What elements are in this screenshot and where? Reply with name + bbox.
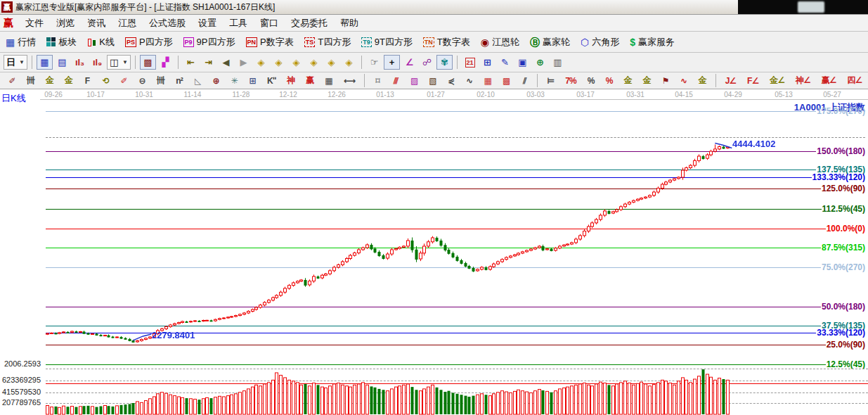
- draw-scale-chart[interactable]: ⊨: [543, 74, 558, 87]
- btn-period-day-dropdown[interactable]: 日▼: [4, 55, 27, 70]
- draw-si-angle[interactable]: 四∠: [843, 74, 866, 87]
- menu-item-1[interactable]: 浏览: [50, 15, 81, 31]
- btn-nine-bar[interactable]: ıl₉: [89, 55, 105, 70]
- btn-shift-right[interactable]: ◈: [271, 55, 287, 70]
- btn-shape-tool[interactable]: ☍: [419, 55, 435, 70]
- draw-fence-ruler[interactable]: 卌: [22, 74, 39, 87]
- btn-web-data[interactable]: ⊕: [532, 55, 548, 70]
- btn-gann-shapes[interactable]: ▦: [37, 55, 53, 70]
- btn-report-view[interactable]: ▤: [54, 55, 70, 70]
- draw-gold-circle[interactable]: 金: [620, 74, 636, 87]
- draw-knife-tool[interactable]: ✐: [116, 74, 131, 87]
- draw-f-angle[interactable]: F∠: [743, 74, 763, 87]
- tool-gann-wheel[interactable]: ◉江恩轮: [479, 35, 521, 49]
- draw-angle-fan[interactable]: ⋞: [443, 74, 459, 87]
- tool-quotes[interactable]: ▦行情: [4, 35, 37, 49]
- draw-seven-percent[interactable]: 7%: [561, 74, 580, 87]
- draw-fan-lines[interactable]: ⫻: [388, 74, 403, 87]
- draw-circle-ruler[interactable]: ⊖: [134, 74, 150, 87]
- draw-k-note[interactable]: Kʺ: [263, 74, 280, 87]
- draw-ruler-123[interactable]: ▦: [320, 74, 336, 87]
- btn-calculator[interactable]: ⊞: [479, 55, 495, 70]
- draw-fan-box[interactable]: ▨: [406, 74, 422, 87]
- draw-percent[interactable]: %: [583, 74, 599, 87]
- draw-set-square[interactable]: ◺: [190, 74, 205, 87]
- draw-gold-wave[interactable]: ∿: [676, 74, 692, 87]
- draw-brush-knife[interactable]: ✐: [4, 74, 20, 87]
- draw-gold-angle[interactable]: 金∠: [765, 74, 789, 87]
- btn-print[interactable]: ▥: [550, 55, 566, 70]
- crosshair-tool-icon: +: [389, 57, 395, 68]
- tool-p-square[interactable]: PSP四方形: [124, 35, 174, 49]
- btn-zoom-out-h[interactable]: ◈: [288, 55, 304, 70]
- draw-percent-line[interactable]: %: [602, 74, 617, 87]
- draw-circle-target[interactable]: ⊕: [208, 74, 224, 87]
- btn-color-histogram[interactable]: ▞: [157, 55, 174, 70]
- draw-fence-ruler-2[interactable]: 卌: [153, 74, 169, 87]
- draw-shen-grid[interactable]: 神: [283, 74, 299, 87]
- draw-gold-fence-a[interactable]: 金: [41, 74, 58, 87]
- draw-box-tool[interactable]: ⌑: [370, 74, 385, 87]
- tool-hexagon[interactable]: ⬡六角形: [579, 35, 621, 49]
- draw-gold-fence-b[interactable]: 金: [60, 74, 77, 87]
- tool-9p-square[interactable]: P99P四方形: [182, 35, 237, 49]
- tool-t-square[interactable]: TST四方形: [303, 35, 352, 49]
- btn-fit-screen[interactable]: ◈: [341, 55, 357, 70]
- btn-crosshair-tool[interactable]: +: [384, 55, 400, 70]
- draw-spiral-tool[interactable]: ⟲: [98, 74, 113, 87]
- menu-item-6[interactable]: 工具: [223, 15, 254, 31]
- tool-winner-service[interactable]: $赢家服务: [628, 35, 676, 49]
- calendar-icon: 21: [465, 58, 475, 68]
- btn-expand-all[interactable]: ◈: [323, 55, 339, 70]
- menu-item-2[interactable]: 资讯: [81, 15, 112, 31]
- btn-first-page[interactable]: ⇤: [183, 55, 199, 70]
- draw-span-arrow[interactable]: ⟷: [339, 74, 359, 87]
- menu-item-9[interactable]: 帮助: [334, 15, 365, 31]
- fit-screen-icon: ◈: [346, 57, 353, 68]
- btn-calendar[interactable]: 21: [462, 55, 478, 70]
- tool-t-number-table[interactable]: TNT数字表: [422, 35, 472, 49]
- btn-hand-tool[interactable]: ☞: [366, 55, 382, 70]
- tool-p-number-table[interactable]: PNP数字表: [245, 35, 295, 49]
- btn-save[interactable]: ▣: [514, 55, 531, 70]
- menu-item-3[interactable]: 江恩: [112, 15, 143, 31]
- btn-angle-measure[interactable]: ∠: [401, 55, 417, 70]
- menu-item-7[interactable]: 窗口: [254, 15, 285, 31]
- draw-wave-check[interactable]: ∿: [462, 74, 477, 87]
- btn-gann-grid[interactable]: ▩: [140, 55, 156, 70]
- draw-ying-angle[interactable]: 赢∠: [817, 74, 841, 87]
- btn-zoom-in-h[interactable]: ◈: [306, 55, 322, 70]
- btn-analysis-tool[interactable]: ✾: [436, 55, 453, 70]
- draw-line-box[interactable]: ▧: [425, 74, 440, 87]
- menu-item-0[interactable]: 文件: [19, 15, 50, 31]
- draw-n-square[interactable]: n²: [171, 74, 187, 87]
- btn-last-page[interactable]: ⇥: [200, 55, 216, 70]
- btn-memo[interactable]: ✎: [497, 55, 513, 70]
- draw-gold-underline[interactable]: 金: [694, 74, 711, 87]
- tool-winner-wheel[interactable]: Ⓑ赢家轮: [529, 35, 571, 49]
- btn-next-bar[interactable]: ▶: [235, 55, 252, 70]
- tool-9t-square[interactable]: T99T四方形: [360, 35, 414, 49]
- btn-shift-left[interactable]: ◈: [253, 55, 269, 70]
- draw-grid-target[interactable]: ⊞: [245, 74, 260, 87]
- menu-item-5[interactable]: 设置: [192, 15, 223, 31]
- draw-gold-lines[interactable]: 金: [639, 74, 655, 87]
- menu-item-8[interactable]: 交易委托: [285, 15, 334, 31]
- draw-flag-pen[interactable]: ⚑: [658, 74, 673, 87]
- btn-three-bar[interactable]: ıl₃: [72, 55, 88, 70]
- draw-parallel-lines[interactable]: ⫽: [517, 74, 532, 87]
- btn-prev-bar[interactable]: ◀: [218, 55, 234, 70]
- calculator-icon: ⊞: [484, 57, 491, 68]
- draw-red-grid[interactable]: ▦: [480, 74, 495, 87]
- app-logo-icon: 赢: [1, 1, 13, 13]
- draw-red-grid-dot[interactable]: ▩: [498, 74, 514, 87]
- draw-shen-angle[interactable]: 神∠: [791, 74, 815, 87]
- draw-j-angle[interactable]: J∠: [721, 74, 740, 87]
- tool-kline[interactable]: K线: [86, 35, 116, 49]
- menu-item-4[interactable]: 公式选股: [143, 15, 192, 31]
- draw-f-fence[interactable]: F: [79, 74, 95, 87]
- tool-sectors[interactable]: 板块: [45, 35, 78, 49]
- draw-star-target[interactable]: ✳: [226, 74, 242, 87]
- draw-ying-grid[interactable]: 赢: [302, 74, 318, 87]
- btn-candle-style[interactable]: ◫▼: [107, 55, 131, 70]
